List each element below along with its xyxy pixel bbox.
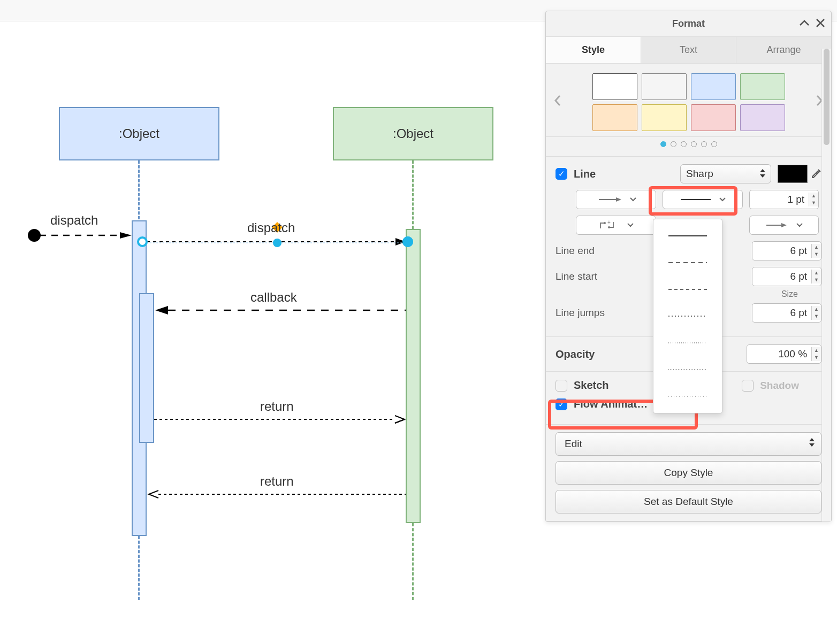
tab-style[interactable]: Style xyxy=(546,37,641,63)
line-style-dash-medium[interactable] xyxy=(653,276,722,303)
opacity-input[interactable]: 100 % ▲▼ xyxy=(747,344,821,364)
msg-dispatch-1-label: dispatch xyxy=(50,213,98,228)
style-swatch-4[interactable] xyxy=(592,104,637,131)
line-end-input[interactable]: 6 pt ▲▼ xyxy=(752,241,821,260)
msg-return-1[interactable] xyxy=(154,415,410,426)
chevron-down-icon xyxy=(719,197,726,202)
stroke-width-input[interactable]: 1 pt ▲▼ xyxy=(749,190,819,209)
arrow-start-select[interactable] xyxy=(576,190,656,209)
stepper-down-icon[interactable]: ▼ xyxy=(812,313,821,320)
collapse-icon[interactable] xyxy=(799,18,810,30)
format-panel-title: Format xyxy=(672,18,705,29)
sketch-label: Sketch xyxy=(574,379,609,392)
eyedropper-icon[interactable] xyxy=(811,167,821,181)
line-jumps-input[interactable]: 6 pt ▲▼ xyxy=(752,303,821,323)
selection-handle-end-fill xyxy=(402,236,413,247)
flow-animation-checkbox[interactable]: ✓ xyxy=(556,398,567,410)
format-panel-header: Format xyxy=(546,11,831,37)
chevron-down-icon xyxy=(627,223,634,227)
stepper-down-icon[interactable]: ▼ xyxy=(812,354,821,361)
msg-return-2[interactable] xyxy=(147,490,410,501)
scrollbar-thumb[interactable] xyxy=(824,49,830,145)
style-swatch-0[interactable] xyxy=(592,73,637,100)
line-start-input[interactable]: 6 pt ▲▼ xyxy=(752,267,821,286)
svg-point-17 xyxy=(604,222,606,224)
line-jumps-label: Line jumps xyxy=(556,307,636,319)
lifeline-object-2[interactable]: :Object xyxy=(333,107,493,160)
found-msg-origin[interactable] xyxy=(28,229,41,242)
stepper-down-icon[interactable]: ▼ xyxy=(812,251,821,258)
swatch-grid xyxy=(592,73,785,131)
line-type-select[interactable]: Sharp xyxy=(680,164,771,183)
swatches-prev-icon[interactable] xyxy=(553,94,562,110)
msg-dispatch-1[interactable] xyxy=(40,232,135,243)
chevron-down-icon xyxy=(796,223,803,227)
stepper-up-icon[interactable]: ▲ xyxy=(812,244,821,251)
svg-marker-1 xyxy=(120,232,132,239)
line-section: ✓ Line Sharp xyxy=(546,157,831,337)
caret-updown-icon xyxy=(760,169,765,179)
format-panel: Format Style Text Arrange xyxy=(545,11,832,522)
svg-marker-13 xyxy=(760,174,765,178)
line-style-dash-long[interactable] xyxy=(653,249,722,276)
line-style-fine-dot[interactable] xyxy=(653,329,722,356)
chevron-down-icon xyxy=(630,197,636,202)
arrow-end-select[interactable] xyxy=(749,216,819,235)
msg-callback-label: callback xyxy=(250,290,297,305)
shadow-checkbox[interactable] xyxy=(742,380,754,392)
line-color-swatch[interactable] xyxy=(778,165,808,183)
svg-marker-21 xyxy=(781,223,787,227)
svg-marker-30 xyxy=(809,443,815,447)
activation-2[interactable] xyxy=(406,229,421,523)
caret-updown-icon xyxy=(809,438,815,449)
msg-callback[interactable] xyxy=(154,305,410,318)
style-swatch-3[interactable] xyxy=(740,73,785,100)
tab-text[interactable]: Text xyxy=(641,37,736,63)
svg-point-18 xyxy=(608,226,610,228)
msg-return-1-label: return xyxy=(260,399,294,414)
svg-marker-29 xyxy=(809,438,815,441)
line-style-fine-dot-dense[interactable] xyxy=(653,356,722,383)
line-style-dot[interactable] xyxy=(653,303,722,329)
style-swatch-2[interactable] xyxy=(691,73,736,100)
style-swatches xyxy=(546,64,831,137)
style-swatch-6[interactable] xyxy=(691,104,736,131)
selection-handle-start[interactable] xyxy=(137,236,148,247)
edit-style-select[interactable]: Edit xyxy=(556,432,821,456)
line-style-sparse-dot[interactable] xyxy=(653,383,722,410)
svg-marker-15 xyxy=(616,197,621,202)
flow-animation-label: Flow Animat… xyxy=(574,398,648,410)
line-enabled-checkbox[interactable]: ✓ xyxy=(556,168,567,180)
stepper-up-icon[interactable]: ▲ xyxy=(809,193,818,200)
line-end-label: Line end xyxy=(556,245,636,257)
copy-style-button[interactable]: Copy Style xyxy=(556,461,821,485)
close-icon[interactable] xyxy=(816,18,825,30)
set-default-style-button[interactable]: Set as Default Style xyxy=(556,490,821,513)
svg-marker-6 xyxy=(155,306,168,315)
waypoint-select[interactable]: + xyxy=(576,216,656,235)
style-swatch-5[interactable] xyxy=(642,104,687,131)
activation-1-nested[interactable] xyxy=(139,293,154,443)
style-swatch-1[interactable] xyxy=(642,73,687,100)
stepper-up-icon[interactable]: ▲ xyxy=(812,306,821,313)
style-actions: Edit Copy Style Set as Default Style xyxy=(546,425,831,522)
line-style-solid[interactable] xyxy=(653,223,722,249)
line-style-select[interactable] xyxy=(663,190,743,209)
stepper-down-icon[interactable]: ▼ xyxy=(809,200,818,206)
style-swatch-7[interactable] xyxy=(740,104,785,131)
line-style-dropdown[interactable] xyxy=(653,219,722,413)
stepper-up-icon[interactable]: ▲ xyxy=(812,347,821,354)
msg-dispatch-2-label[interactable]: dispatch xyxy=(247,220,295,235)
selection-midpoint[interactable] xyxy=(273,239,281,247)
swatch-page-dots[interactable] xyxy=(546,137,831,157)
stepper-up-icon[interactable]: ▲ xyxy=(812,270,821,277)
svg-text:+: + xyxy=(607,220,611,225)
lifeline-object-1[interactable]: :Object xyxy=(59,107,219,160)
sketch-checkbox[interactable] xyxy=(556,380,567,392)
lifeline-object-2-label: :Object xyxy=(393,126,433,141)
stepper-down-icon[interactable]: ▼ xyxy=(812,277,821,283)
format-tabs: Style Text Arrange xyxy=(546,37,831,64)
diagram-canvas[interactable]: :Object :Object dispatch dis xyxy=(0,21,535,644)
tab-arrange[interactable]: Arrange xyxy=(736,37,831,63)
sidebar-scrollbar[interactable] xyxy=(821,49,831,522)
